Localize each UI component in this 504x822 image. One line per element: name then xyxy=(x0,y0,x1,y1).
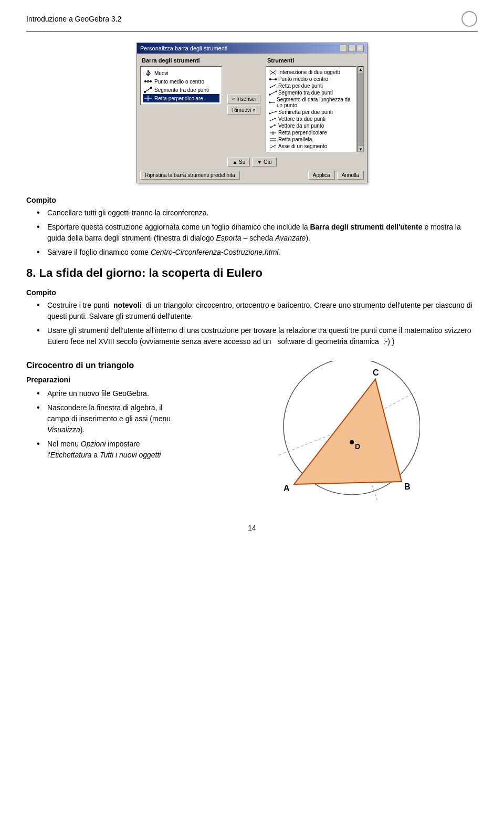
reset-button[interactable]: Ripristina la barra strumenti predefinit… xyxy=(140,171,240,180)
bottom-left: Circocentro di un triangolo Preparazioni… xyxy=(26,356,184,464)
scroll-thumb[interactable] xyxy=(358,72,363,146)
dialog-middle: « Inserisci Rimuovi » xyxy=(225,57,262,152)
up-button[interactable]: ▲ Su xyxy=(227,158,250,167)
svg-point-0 xyxy=(462,12,477,26)
right-item-7[interactable]: Vettore tra due punti xyxy=(268,116,354,122)
prep-heading: Preparazioni xyxy=(26,376,184,384)
compito1-section: Compito Cancellare tutti gli oggetti tra… xyxy=(26,196,478,258)
move-icon xyxy=(144,70,152,76)
svg-marker-30 xyxy=(274,124,276,126)
geometry-diagram: A B C D xyxy=(252,361,420,508)
compito2-section: Compito Costruire i tre punti notevoli d… xyxy=(26,288,478,347)
minimize-btn[interactable]: _ xyxy=(340,45,347,52)
compito2-item-2: Usare gli strumenti dell'utente all'inte… xyxy=(37,325,478,347)
left-panel: Barra degli strumenti Muovi Punto medio … xyxy=(140,57,222,152)
bottom-section: Circocentro di un triangolo Preparazioni… xyxy=(26,356,478,508)
right-item-8[interactable]: Vettore da un punto xyxy=(268,122,354,129)
right-item-9[interactable]: Retta perpendicolare xyxy=(268,129,354,136)
parallel-icon xyxy=(269,137,277,142)
svg-point-9 xyxy=(150,87,152,89)
segment2-icon xyxy=(269,90,277,96)
vertex-b-label: B xyxy=(404,482,411,491)
cancel-button[interactable]: Annulla xyxy=(337,171,364,180)
header-title: Introduzione a GeoGebra 3.2 xyxy=(26,15,121,23)
section8-heading: 8. La sfida del giorno: la scoperta di E… xyxy=(26,266,478,280)
insert-button[interactable]: « Inserisci xyxy=(227,95,260,103)
footer-left: Ripristina la barra strumenti predefinit… xyxy=(140,171,305,180)
right-item-1[interactable]: Intersezione di due oggetti xyxy=(268,69,354,76)
vector-icon xyxy=(269,117,277,122)
svg-line-17 xyxy=(270,85,276,88)
line-icon xyxy=(269,84,277,89)
apply-button[interactable]: Applica xyxy=(308,171,335,180)
dialog-titlebar-buttons: _ □ ✕ xyxy=(340,45,364,52)
right-scrollbar-container: Intersezione di due oggetti Punto medio … xyxy=(266,66,364,152)
down-button[interactable]: ▼ Giù xyxy=(252,158,276,167)
vertex-c-label: C xyxy=(373,368,379,377)
dialog-footer: Ripristina la barra strumenti predefinit… xyxy=(137,169,367,183)
compito1-item-2: Esportare questa costruzione aggiornata … xyxy=(37,222,478,244)
compito1-list: Cancellare tutti gli oggetti tranne la c… xyxy=(26,207,478,258)
circocentro-list: Aprire un nuovo file GeoGebra. Nasconder… xyxy=(26,388,184,461)
ray-icon xyxy=(269,110,277,115)
scroll-down[interactable]: ▼ xyxy=(358,147,363,152)
circocentro-item-1: Aprire un nuovo file GeoGebra. xyxy=(37,388,184,399)
left-panel-list: Muovi Punto medio o centro Segmento tra … xyxy=(140,66,222,105)
footer-right: Applica Annulla xyxy=(308,171,364,180)
right-item-3[interactable]: Retta per due punti xyxy=(268,82,354,89)
circocentro-item-2: Nascondere la finestra di algebra, il ca… xyxy=(37,402,184,435)
right-scrollbar[interactable]: ▲ ▼ xyxy=(358,66,364,152)
scroll-up[interactable]: ▲ xyxy=(358,67,363,72)
dialog-container: Personalizza barra degli strumenti _ □ ✕… xyxy=(26,43,478,183)
page-number: 14 xyxy=(26,524,478,532)
right-item-2[interactable]: Punto medio o centro xyxy=(268,76,354,82)
compito1-heading: Compito xyxy=(26,196,478,204)
segment-icon xyxy=(144,87,152,93)
page-container: Introduzione a GeoGebra 3.2 Personalizza… xyxy=(0,0,504,822)
header: Introduzione a GeoGebra 3.2 xyxy=(26,11,478,32)
bottom-right: A B C D xyxy=(194,356,478,508)
circocentro-heading: Circocentro di un triangolo xyxy=(26,361,184,370)
circocentro-item-3: Nel menu Opzioni impostare l'Etichettatu… xyxy=(37,439,184,461)
midpoint2-icon xyxy=(269,77,277,82)
segment-length-icon xyxy=(269,100,275,105)
right-item-11[interactable]: Asse di un segmento xyxy=(268,143,354,150)
right-item-4[interactable]: Segmento tra due punti xyxy=(268,89,354,96)
dialog-body: Barra degli strumenti Muovi Punto medio … xyxy=(137,54,367,155)
dialog-box: Personalizza barra degli strumenti _ □ ✕… xyxy=(136,43,368,183)
maximize-btn[interactable]: □ xyxy=(348,45,355,52)
right-item-5[interactable]: Segmento di data lunghezza da un punto xyxy=(268,96,354,109)
compito2-heading: Compito xyxy=(26,288,478,297)
compito2-item-1: Costruire i tre punti notevoli di un tri… xyxy=(37,300,478,322)
vertex-a-label: A xyxy=(284,484,290,493)
right-item-10[interactable]: Retta parallela xyxy=(268,136,354,143)
nav-buttons: ▲ Su ▼ Giù xyxy=(137,158,367,167)
svg-marker-44 xyxy=(294,379,402,484)
svg-point-5 xyxy=(150,80,152,82)
svg-point-3 xyxy=(144,80,146,82)
right-panel-list: Intersezione di due oggetti Punto medio … xyxy=(266,66,356,152)
axis-icon xyxy=(269,144,277,149)
svg-line-8 xyxy=(145,88,151,92)
svg-point-14 xyxy=(269,78,271,80)
svg-point-45 xyxy=(350,440,354,444)
midpoint-icon xyxy=(144,78,152,85)
list-item-segmento[interactable]: Segmento tra due punti xyxy=(143,86,219,94)
dialog-title: Personalizza barra degli strumenti xyxy=(140,45,227,51)
list-item-muovi[interactable]: Muovi xyxy=(143,69,219,77)
compito2-list: Costruire i tre punti notevoli di un tri… xyxy=(26,300,478,347)
section8: 8. La sfida del giorno: la scoperta di E… xyxy=(26,266,478,280)
right-item-6[interactable]: Semiretta per due punti xyxy=(268,109,354,116)
list-item-retta-perp[interactable]: Retta perpendicolare xyxy=(143,94,219,102)
dialog-titlebar: Personalizza barra degli strumenti _ □ ✕ xyxy=(137,43,367,54)
remove-button[interactable]: Rimuovi » xyxy=(227,106,260,115)
left-panel-title: Barra degli strumenti xyxy=(140,57,222,64)
compito1-item-3: Salvare il foglio dinamico come Centro-C… xyxy=(37,247,478,258)
circle-icon xyxy=(461,11,478,27)
compito1-item-1: Cancellare tutti gli oggetti tranne la c… xyxy=(37,207,478,218)
perpendicular-icon xyxy=(144,95,152,101)
list-item-punto-medio[interactable]: Punto medio o centro xyxy=(143,77,219,86)
vector2-icon xyxy=(269,123,277,129)
close-btn[interactable]: ✕ xyxy=(356,45,364,52)
right-panel: Strumenti Intersezione di due oggetti Pu… xyxy=(266,57,364,152)
